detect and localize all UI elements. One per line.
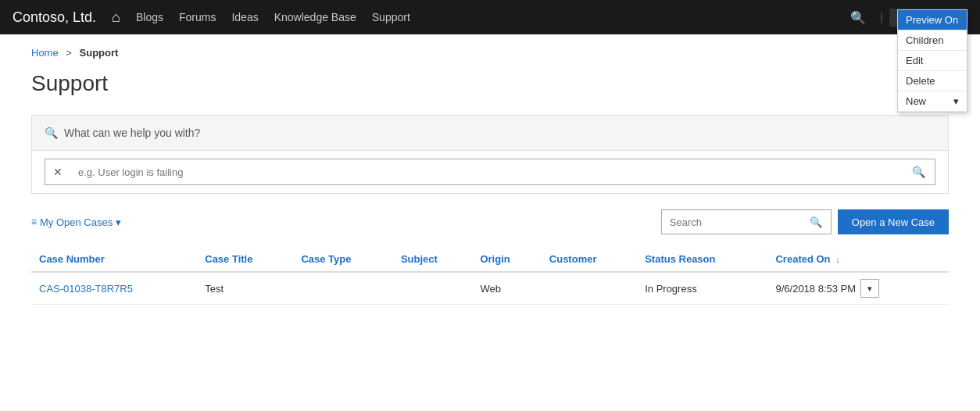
row-dropdown-button[interactable]: ▾ bbox=[860, 279, 879, 298]
case-number-link[interactable]: CAS-01038-T8R7R5 bbox=[39, 283, 133, 295]
col-case-title: Case Title bbox=[197, 247, 293, 272]
nav-ideas[interactable]: Ideas bbox=[231, 11, 258, 23]
nav-forums[interactable]: Forums bbox=[179, 11, 216, 23]
cases-search-button[interactable]: 🔍 bbox=[802, 209, 832, 234]
nav-links: Blogs Forums Ideas Knowledge Base Suppor… bbox=[136, 11, 842, 23]
table-row: CAS-01038-T8R7R5 Test Web In Progress 9/… bbox=[31, 272, 949, 305]
breadcrumb-separator: > bbox=[66, 47, 72, 59]
cases-search-wrapper: 🔍 bbox=[661, 209, 832, 234]
panel-new-arrow-icon: ▾ bbox=[953, 95, 959, 107]
col-subject: Subject bbox=[393, 247, 473, 272]
my-cases-dropdown-arrow-icon: ▾ bbox=[116, 216, 121, 228]
nav-knowledge-base[interactable]: Knowledge Base bbox=[274, 11, 356, 23]
cases-search-input[interactable] bbox=[661, 209, 802, 234]
cell-subject bbox=[393, 272, 473, 305]
cell-case-title: Test bbox=[197, 272, 293, 305]
help-search-section: 🔍 What can we help you with? ✕ 🔍 bbox=[31, 115, 949, 194]
col-case-number: Case Number bbox=[31, 247, 197, 272]
help-search-input[interactable] bbox=[70, 159, 903, 185]
col-customer: Customer bbox=[542, 247, 637, 272]
col-case-type: Case Type bbox=[293, 247, 393, 272]
created-on-value: 9/6/2018 8:53 PM bbox=[775, 283, 856, 295]
help-search-text: What can we help you with? bbox=[64, 127, 200, 139]
col-created-on-label: Created On bbox=[775, 253, 830, 265]
breadcrumb: Home > Support bbox=[31, 47, 949, 59]
cell-status-reason: In Progress bbox=[637, 272, 767, 305]
nav-blogs[interactable]: Blogs bbox=[136, 11, 163, 23]
floating-panel: ✕ Preview On Children Edit Delete New ▾ bbox=[897, 9, 967, 113]
open-new-case-button[interactable]: Open a New Case bbox=[838, 209, 949, 234]
col-created-on[interactable]: Created On ↓ bbox=[767, 247, 949, 272]
help-search-input-row: ✕ 🔍 bbox=[32, 151, 948, 193]
cases-section: ≡ My Open Cases ▾ 🔍 Open a New Case Case… bbox=[31, 209, 949, 305]
cases-search-icon: 🔍 bbox=[810, 216, 823, 228]
panel-new-label: New bbox=[906, 95, 926, 107]
cell-case-type bbox=[293, 272, 393, 305]
cell-customer bbox=[542, 272, 637, 305]
help-search-icon: 🔍 bbox=[45, 127, 58, 139]
panel-delete-button[interactable]: Delete bbox=[898, 71, 967, 91]
nav-divider: | bbox=[880, 11, 883, 23]
nav-support[interactable]: Support bbox=[372, 11, 410, 23]
help-search-submit-button[interactable]: 🔍 bbox=[903, 159, 935, 185]
my-cases-label: My Open Cases bbox=[40, 216, 113, 228]
panel-new-button[interactable]: New ▾ bbox=[898, 91, 967, 112]
cell-origin: Web bbox=[472, 272, 541, 305]
home-icon[interactable]: ⌂ bbox=[112, 9, 120, 26]
panel-close-button[interactable]: ✕ bbox=[956, 12, 964, 23]
page-title: Support bbox=[31, 71, 949, 96]
col-origin: Origin bbox=[472, 247, 541, 272]
cases-table-header: Case Number Case Title Case Type Subject… bbox=[31, 247, 949, 272]
brand-name: Contoso, Ltd. bbox=[13, 9, 96, 26]
sort-arrow-icon: ↓ bbox=[835, 255, 840, 264]
top-navigation: Contoso, Ltd. ⌂ Blogs Forums Ideas Knowl… bbox=[0, 0, 980, 34]
my-open-cases-button[interactable]: ≡ My Open Cases ▾ bbox=[31, 216, 121, 228]
created-on-cell: 9/6/2018 8:53 PM ▾ bbox=[775, 279, 941, 298]
col-status-reason: Status Reason bbox=[637, 247, 767, 272]
cell-case-number: CAS-01038-T8R7R5 bbox=[31, 272, 197, 305]
breadcrumb-home-link[interactable]: Home bbox=[31, 47, 59, 59]
help-clear-button[interactable]: ✕ bbox=[45, 159, 70, 185]
breadcrumb-current: Support bbox=[80, 47, 119, 59]
main-content: Home > Support Support 🔍 What can we hel… bbox=[0, 34, 980, 320]
help-search-bar: 🔍 What can we help you with? bbox=[32, 116, 948, 151]
list-icon: ≡ bbox=[31, 216, 37, 227]
nav-search-icon[interactable]: 🔍 bbox=[850, 10, 866, 25]
cases-table: Case Number Case Title Case Type Subject… bbox=[31, 247, 949, 305]
clear-icon: ✕ bbox=[53, 166, 63, 178]
panel-children-button[interactable]: Children bbox=[898, 30, 967, 51]
cases-toolbar: ≡ My Open Cases ▾ 🔍 Open a New Case bbox=[31, 209, 949, 234]
cases-toolbar-right: 🔍 Open a New Case bbox=[661, 209, 949, 234]
cases-table-body: CAS-01038-T8R7R5 Test Web In Progress 9/… bbox=[31, 272, 949, 305]
cell-created-on: 9/6/2018 8:53 PM ▾ bbox=[767, 272, 949, 305]
help-search-submit-icon: 🔍 bbox=[912, 166, 925, 178]
panel-edit-button[interactable]: Edit bbox=[898, 51, 967, 71]
